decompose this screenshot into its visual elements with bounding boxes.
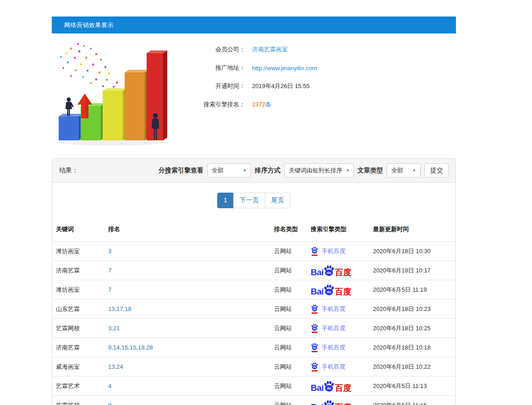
content-container: 网络营销效果展示 bbox=[52, 17, 456, 405]
company-link[interactable]: 济南艺霖画室 bbox=[252, 45, 288, 54]
rank-link[interactable]: 3,21 bbox=[108, 325, 120, 332]
header-engine-type: 搜索引擎类型 bbox=[307, 217, 369, 242]
rank-cell: 13,24 bbox=[104, 357, 270, 377]
article-type-value: 全部 bbox=[391, 166, 403, 175]
rank-cell: 9,14,15,15,18,28 bbox=[104, 338, 270, 357]
svg-text:du: du bbox=[327, 271, 331, 275]
rank-link[interactable]: 13,17,18 bbox=[108, 305, 132, 312]
engine-mobile-baidu[interactable]: du 手机百度 bbox=[311, 304, 346, 314]
updated-cell: 2020年6月5日 11:15 bbox=[369, 396, 455, 405]
engine-cell: Bai du 百度 bbox=[307, 396, 369, 405]
chevron-down-icon: ▼ bbox=[346, 169, 350, 172]
baidu-logo-cn-text: 百度 bbox=[335, 288, 351, 296]
updated-cell: 2020年6月18日 10:17 bbox=[369, 261, 455, 280]
mobile-baidu-paw-icon: du bbox=[311, 362, 318, 372]
results-panel-body: 1 下一页 尾页 关键词 排名 排名类型 搜索引擎类型 最新更新时间 bbox=[52, 183, 455, 405]
rank-link[interactable]: 7 bbox=[108, 267, 111, 274]
engine-mobile-baidu[interactable]: du 手机百度 bbox=[311, 323, 346, 333]
marketing-bar-chart-illustration bbox=[52, 39, 169, 149]
filter-controls: 分搜索引擎查看 全部 ▼ 排序方式 关键词由短到长排序 ▼ 文章类型 全部 ▼ bbox=[159, 163, 449, 178]
results-panel: 结果： 分搜索引擎查看 全部 ▼ 排序方式 关键词由短到长排序 ▼ 文章类型 全… bbox=[52, 158, 456, 405]
keyword-cell: 山东艺霖 bbox=[52, 300, 104, 319]
svg-text:du: du bbox=[327, 290, 331, 294]
baidu-paw-icon: du bbox=[323, 284, 335, 296]
rank-type-cell: 云网站 bbox=[270, 300, 307, 319]
sort-filter-select[interactable]: 关键词由短到长排序 ▼ bbox=[284, 163, 354, 178]
pagination-last[interactable]: 尾页 bbox=[265, 193, 291, 208]
rank-link[interactable]: 9,14,15,15,18,28 bbox=[108, 344, 153, 351]
engine-cell: Bai du 百度 bbox=[307, 357, 369, 377]
result-label: 结果： bbox=[59, 166, 78, 175]
table-row: 威海画室 13,24 云网站 Bai du 百度 bbox=[52, 357, 455, 377]
pagination-page-1[interactable]: 1 bbox=[217, 193, 234, 208]
engine-cell: Bai du 百度 bbox=[307, 242, 369, 261]
engine-baidu-logo[interactable]: Bai du 百度 bbox=[311, 265, 351, 277]
confetti-dots bbox=[60, 43, 123, 92]
rank-type-cell: 云网站 bbox=[270, 261, 307, 280]
table-row: 山东艺霖 13,17,18 云网站 Bai du 百度 bbox=[52, 300, 455, 319]
rank-type-cell: 云网站 bbox=[270, 377, 307, 396]
rank-type-cell: 云网站 bbox=[270, 396, 307, 405]
updated-cell: 2020年6月18日 10:18 bbox=[369, 338, 455, 357]
submit-button[interactable]: 提交 bbox=[424, 163, 449, 178]
baidu-logo-cn-text: 百度 bbox=[335, 384, 351, 392]
promo-url-link[interactable]: http://www.jinanyilin.com bbox=[252, 65, 317, 72]
bar-blue bbox=[59, 114, 83, 140]
info-section: 会员公司： 济南艺霖画室 推广地址： http://www.jinanyilin… bbox=[52, 39, 456, 155]
rank-type-cell: 云网站 bbox=[270, 357, 307, 377]
pagination-next[interactable]: 下一页 bbox=[233, 193, 265, 208]
info-list: 会员公司： 济南艺霖画室 推广地址： http://www.jinanyilin… bbox=[177, 39, 317, 155]
engine-filter-select[interactable]: 全部 ▼ bbox=[207, 163, 251, 178]
rank-type-cell: 云网站 bbox=[270, 242, 307, 261]
engine-mobile-baidu[interactable]: du 手机百度 bbox=[311, 343, 346, 352]
engine-cell: Bai du 百度 bbox=[307, 319, 369, 338]
rank-link[interactable]: 7 bbox=[108, 286, 111, 293]
engine-cell: Bai du 百度 bbox=[307, 261, 369, 280]
svg-text:du: du bbox=[327, 386, 331, 390]
sort-filter-value: 关键词由短到长排序 bbox=[289, 166, 342, 175]
engine-filter-label: 分搜索引擎查看 bbox=[159, 166, 203, 175]
svg-text:du: du bbox=[313, 366, 316, 368]
engine-cell: Bai du 百度 bbox=[307, 377, 369, 396]
rank-link[interactable]: 9 bbox=[108, 402, 111, 405]
results-table: 关键词 排名 排名类型 搜索引擎类型 最新更新时间 潍坊画室 3 云网站 Bai bbox=[52, 217, 455, 405]
engine-baidu-logo[interactable]: Bai du 百度 bbox=[311, 399, 351, 405]
baidu-logo-text: Bai bbox=[311, 403, 324, 405]
svg-text:du: du bbox=[313, 346, 316, 349]
updated-cell: 2020年6月5日 11:19 bbox=[369, 280, 455, 300]
engine-rank-value[interactable]: 2372条 bbox=[252, 100, 271, 109]
baidu-logo-cn-text: 百度 bbox=[335, 403, 351, 405]
rank-link[interactable]: 13,24 bbox=[108, 363, 123, 370]
header-updated: 最新更新时间 bbox=[369, 217, 455, 242]
svg-text:du: du bbox=[313, 308, 316, 311]
rank-cell: 13,17,18 bbox=[104, 300, 270, 319]
results-table-body: 潍坊画室 3 云网站 Bai du 百度 bbox=[52, 242, 455, 405]
rank-link[interactable]: 4 bbox=[108, 383, 111, 389]
updated-cell: 2020年6月18日 10:25 bbox=[369, 319, 455, 338]
svg-text:du: du bbox=[313, 250, 316, 253]
article-type-select[interactable]: 全部 ▼ bbox=[387, 163, 421, 178]
engine-baidu-logo[interactable]: Bai du 百度 bbox=[311, 380, 351, 392]
keyword-cell: 济南艺霖 bbox=[52, 338, 104, 357]
mobile-baidu-label: 手机百度 bbox=[322, 247, 346, 255]
baidu-paw-icon: du bbox=[323, 380, 335, 392]
mobile-baidu-underline bbox=[312, 370, 318, 372]
mobile-baidu-label: 手机百度 bbox=[322, 324, 346, 333]
rank-cell: 3 bbox=[104, 242, 270, 261]
keyword-cell: 艺霖网校 bbox=[52, 319, 104, 338]
page-title-bar: 网络营销效果展示 bbox=[52, 17, 456, 33]
engine-baidu-logo[interactable]: Bai du 百度 bbox=[311, 284, 351, 296]
keyword-cell: 潍坊画室 bbox=[52, 280, 104, 300]
table-row: 潍坊画室 3 云网站 Bai du 百度 bbox=[52, 242, 455, 261]
article-type-label: 文章类型 bbox=[357, 166, 383, 175]
table-row: 济南艺霖 9,14,15,15,18,28 云网站 Bai du 百度 bbox=[52, 338, 455, 357]
company-label: 会员公司： bbox=[177, 45, 245, 54]
engine-mobile-baidu[interactable]: du 手机百度 bbox=[311, 246, 346, 256]
mobile-baidu-paw-icon: du bbox=[311, 246, 318, 256]
engine-cell: Bai du 百度 bbox=[307, 300, 369, 319]
rank-link[interactable]: 3 bbox=[108, 248, 111, 255]
rank-type-cell: 云网站 bbox=[270, 338, 307, 357]
mobile-baidu-underline bbox=[312, 351, 318, 352]
rank-cell: 7 bbox=[104, 261, 270, 280]
engine-mobile-baidu[interactable]: du 手机百度 bbox=[311, 362, 346, 372]
